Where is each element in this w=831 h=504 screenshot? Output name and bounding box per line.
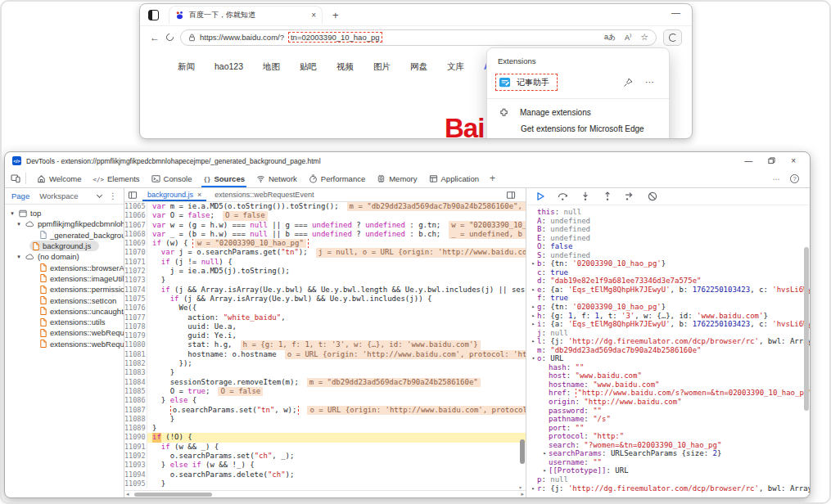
devtools-minimize-button[interactable]: — [744,156,752,165]
line-number[interactable]: 11089 [124,424,147,433]
line-number[interactable]: 11079 [124,331,147,340]
nav-link-新闻[interactable]: 新闻 [178,61,195,73]
deactivate-breakpoints-icon[interactable] [648,191,657,201]
scope-row-origin[interactable]: origin: "http://www.baidu.com" [526,398,810,407]
expand-icon[interactable]: ▸ [530,337,537,346]
nav-link-地图[interactable]: 地图 [263,61,280,73]
step-into-icon[interactable] [580,191,590,201]
tree-item-extensions-setIcon[interactable]: extensions::setIcon [5,295,124,305]
scope-row-O[interactable]: O: false [526,242,810,251]
line-number[interactable]: 11092 [124,452,147,461]
line-number[interactable]: 11076 [124,304,147,313]
line-number[interactable]: 11091 [124,443,147,452]
expand-icon[interactable]: ▸ [530,484,537,493]
scope-row-b[interactable]: ▸b: {tn: '02003390_10_hao_pg'} [526,259,810,268]
tree-item--generated-background-[interactable]: _generated_background... [5,230,124,241]
nav-link-网盘[interactable]: 网盘 [410,61,427,73]
tree-expand-icon[interactable]: ▾ [16,221,22,227]
tree-expand-icon[interactable]: ▾ [16,254,22,260]
scope-row-p[interactable]: p: null [526,475,810,484]
scope-row-g[interactable]: ▸g: {tn: '02003390_10_hao_pg'} [526,303,810,312]
line-number[interactable]: 11083 [124,368,147,377]
step-icon[interactable] [625,191,635,201]
tree-item-extensions-browserAction[interactable]: extensions::browserAction [5,262,124,272]
step-over-icon[interactable] [558,191,568,201]
line-number[interactable]: 11074 [124,286,147,295]
scope-row-B[interactable]: B: undefined [526,225,810,234]
editor-panel-icon[interactable] [506,191,516,200]
line-number[interactable]: 11070 [124,248,147,257]
line-number[interactable]: 11094 [124,470,147,479]
scope-row-j[interactable]: j: null [526,329,810,338]
line-number[interactable]: 11068 [124,230,147,239]
manage-extensions-item[interactable]: Manage extensions [487,104,669,121]
navigator-toggle-icon[interactable] [128,191,138,200]
tab-page[interactable]: Page [11,191,29,200]
url-field[interactable]: https://www.baidu.com/? tn=02003390_10_h… [180,29,657,46]
tab-actions-icon[interactable] [148,10,159,20]
editor-horizontal-scrollbar[interactable]: ◂ ▸ [124,490,526,497]
scope-row-href[interactable]: href: "http://www.baidu.com/s?women=&tn=… [526,389,810,398]
devtools-tab-console[interactable]: Console [146,169,198,187]
scope-row-h[interactable]: ▸h: {g: 1, f: 1, t: '3', w: {…}, id: 'ww… [526,312,810,321]
line-number[interactable]: 11075 [124,295,147,304]
devtools-tab-network[interactable]: Network [251,169,303,187]
line-number[interactable]: 11078 [124,322,147,331]
scope-row-hostname[interactable]: hostname: "www.baidu.com" [526,380,810,389]
line-number[interactable]: 11066 [124,211,147,220]
line-number[interactable]: 11067 [124,221,147,230]
line-number[interactable]: 11069 [124,239,147,248]
scope-row-i[interactable]: ▸i: {a: 'Eqs_tElMg8QhpHk7JEwyU', b: 1762… [526,320,810,329]
close-tab-icon[interactable]: × [197,191,201,199]
editor-tab-background-js[interactable]: background.js× [141,188,208,201]
scope-row-E[interactable]: E: undefined [526,234,810,243]
device-toolbar-icon[interactable] [11,173,20,183]
scroll-down-icon[interactable]: ▾ [519,484,522,490]
devtools-more-options-icon[interactable]: ⋯ [773,174,781,183]
scope-row-searchParams[interactable]: ▸searchParams: URLSearchParams {size: 2} [526,449,810,458]
devtools-tab-elements[interactable]: </>Elements [87,169,145,187]
scope-row-username[interactable]: username: "" [526,458,810,467]
tree-item-extensions-imageUtil[interactable]: extensions::imageUtil [5,273,124,284]
tree-item-background-js[interactable]: background.js [29,241,99,251]
editor-tab-extensions-webRequestEvent[interactable]: extensions::webRequestEvent [208,188,320,201]
more-tabs-button[interactable]: + [485,173,500,184]
line-number[interactable]: 11085 [124,387,147,396]
browser-minimize-button[interactable]: — [671,7,680,17]
line-number[interactable]: 11093 [124,461,147,470]
scope-row-search[interactable]: search: "?women=&tn=02003390_10_hao_pg" [526,441,810,450]
nav-link-贴吧[interactable]: 贴吧 [300,61,317,73]
tree-item-extensions-permissions[interactable]: extensions::permissions [5,284,124,295]
nav-link-文库[interactable]: 文库 [447,61,464,73]
line-number[interactable]: 11073 [124,276,147,285]
scope-row-host[interactable]: host: "www.baidu.com" [526,371,810,380]
line-number[interactable]: 11087 [124,406,147,415]
read-aloud-icon[interactable]: A) [625,33,631,42]
scope-row-password[interactable]: password: "" [526,407,810,416]
tree-item-extensions-utils[interactable]: extensions::utils [5,317,124,327]
line-number[interactable]: 11077 [124,313,147,322]
tree-item--no-domain-[interactable]: ▾(no domain) [5,251,124,262]
scrollbar-thumb[interactable] [520,439,525,464]
devtools-help-icon[interactable]: ? [790,174,799,183]
line-number[interactable]: 11065 [124,202,147,211]
new-tab-button[interactable]: + [332,10,339,20]
pin-icon[interactable] [623,78,633,88]
devtools-restore-button[interactable] [768,157,775,164]
scrollbar-thumb[interactable] [134,493,212,497]
devtools-tab-welcome[interactable]: Welcome [31,169,87,187]
expand-icon[interactable]: ▸ [541,466,549,475]
scope-row-f[interactable]: f: true [526,294,810,303]
scope-row-r[interactable]: ▸r: {j: 'http://dg.fireemulator.com/dcp/… [526,484,810,493]
scope-row-o[interactable]: ▾o: URL [526,354,810,363]
devtools-tab-application[interactable]: Application [423,169,485,187]
tree-item-extensions-webRequest[interactable]: extensions::webRequest [5,327,124,338]
tab-workspace[interactable]: Workspace [39,191,78,200]
nav-link-图片[interactable]: 图片 [373,61,391,73]
devtools-close-button[interactable]: × [791,156,796,165]
scope-row-A[interactable]: A: undefined [526,217,810,226]
extension-item[interactable]: 记事助手 ⋯ [487,73,669,94]
scope-row-port[interactable]: port: "" [526,424,810,433]
tree-expand-icon[interactable]: ▾ [9,210,16,217]
scope-row-l[interactable]: ▸l: {j: 'http://dg.fireemulator.com/dcp/… [526,337,810,346]
